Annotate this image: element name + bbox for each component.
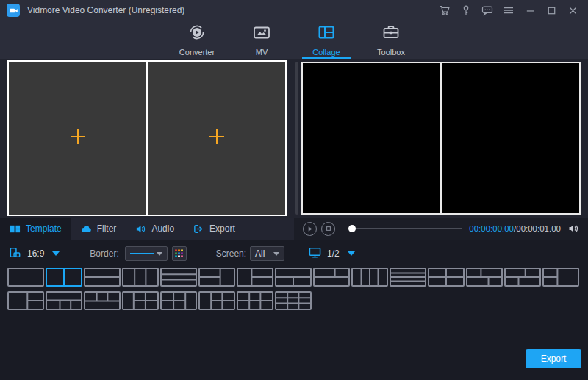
layout-template-1-8[interactable] <box>275 268 312 287</box>
toolbox-icon <box>381 23 401 45</box>
volume-button[interactable] <box>567 223 579 234</box>
layout-template-2-7[interactable] <box>237 291 273 310</box>
main-area <box>0 59 588 218</box>
maximize-icon[interactable] <box>543 2 559 18</box>
tab-mv[interactable]: MV <box>229 21 294 59</box>
layout-template-2-4[interactable] <box>122 291 159 310</box>
collage-cell-1[interactable] <box>9 62 146 215</box>
key-icon[interactable] <box>458 2 474 18</box>
tab-collage[interactable]: Collage <box>294 21 359 59</box>
preview-cell-1 <box>303 63 440 213</box>
menu-icon[interactable] <box>501 2 517 18</box>
main-nav: Converter MV Collage Toolbox <box>0 21 588 59</box>
layout-template-1-9[interactable] <box>313 268 350 287</box>
template-panel: 16:9 Border: Screen: All 1/2 <box>0 240 588 380</box>
page-dropdown-arrow[interactable] <box>348 251 355 256</box>
layout-template-2-5[interactable] <box>160 291 197 310</box>
screen-select[interactable]: All <box>250 246 284 261</box>
panel-scrollbar[interactable] <box>295 62 298 215</box>
stop-button[interactable] <box>321 222 335 236</box>
layout-template-1-4[interactable] <box>122 268 159 287</box>
preview-cell-2 <box>440 63 579 213</box>
titlebar: Vidmore Video Converter (Unregistered) <box>0 0 588 21</box>
control-row: Template Filter Audio Export <box>0 218 588 240</box>
add-video-plus-icon <box>68 127 87 149</box>
tab-converter[interactable]: Converter <box>165 21 229 59</box>
converter-icon <box>187 23 207 45</box>
tab-audio-label: Audio <box>151 223 174 234</box>
export-arrow-icon <box>193 223 204 234</box>
mv-icon <box>252 23 271 45</box>
layout-template-1-14[interactable] <box>504 268 541 287</box>
app-logo-icon <box>7 4 20 17</box>
progress-slider[interactable] <box>348 228 462 229</box>
add-video-plus-icon <box>207 127 226 149</box>
time-display: 00:00:00.00/00:00:01.00 <box>469 224 561 233</box>
tab-export-settings[interactable]: Export <box>184 218 245 240</box>
template-icon <box>10 223 21 234</box>
layout-template-1-13[interactable] <box>466 268 503 287</box>
tab-template[interactable]: Template <box>0 218 71 240</box>
layout-template-2-3[interactable] <box>84 291 121 310</box>
screen-monitor-icon <box>309 246 321 261</box>
tool-tabs: Template Filter Audio Export <box>0 218 294 240</box>
screen-value: All <box>255 248 265 259</box>
tab-toolbox-label: Toolbox <box>377 48 405 57</box>
video-preview <box>301 62 581 215</box>
collage-icon <box>317 23 336 45</box>
template-row-2 <box>7 291 579 310</box>
cart-icon[interactable] <box>437 2 453 18</box>
layout-template-1-15[interactable] <box>542 268 579 287</box>
minimize-icon[interactable] <box>522 2 538 18</box>
tab-template-label: Template <box>26 223 62 234</box>
screen-label: Screen: <box>216 248 246 259</box>
feedback-icon[interactable] <box>479 2 495 18</box>
layout-template-1-12[interactable] <box>428 268 465 287</box>
aspect-ratio-value: 16:9 <box>27 248 44 259</box>
layout-template-2-8[interactable] <box>275 291 312 310</box>
layout-template-1-5[interactable] <box>160 268 197 287</box>
play-button[interactable] <box>303 222 317 236</box>
tab-filter-label: Filter <box>97 223 117 234</box>
template-row-1 <box>7 268 579 287</box>
current-time: 00:00:00.00 <box>469 224 514 233</box>
border-select-arrow <box>157 252 162 256</box>
page-indicator: 1/2 <box>327 248 340 259</box>
tab-filter[interactable]: Filter <box>71 218 126 240</box>
layout-template-1-7[interactable] <box>237 268 273 287</box>
export-button[interactable]: Export <box>526 349 581 368</box>
collage-editor <box>7 60 287 216</box>
layout-template-2-6[interactable] <box>198 291 235 310</box>
layout-template-1-1[interactable] <box>7 268 44 287</box>
collage-cell-2[interactable] <box>146 62 285 215</box>
audio-speaker-icon <box>135 223 146 234</box>
tab-mv-label: MV <box>256 48 268 57</box>
options-row: 16:9 Border: Screen: All 1/2 <box>0 245 588 262</box>
border-style-select[interactable] <box>125 246 168 261</box>
stop-icon <box>326 226 331 232</box>
progress-knob[interactable] <box>348 225 356 232</box>
layout-template-1-6[interactable] <box>198 268 235 287</box>
layout-template-1-2[interactable] <box>46 268 82 287</box>
layout-template-2-1[interactable] <box>7 291 44 310</box>
total-time: 00:00:01.00 <box>516 224 561 233</box>
border-style-preview <box>130 253 154 254</box>
color-grid-icon <box>175 249 184 258</box>
aspect-ratio-icon <box>9 246 21 261</box>
tab-export-label: Export <box>209 223 235 234</box>
play-icon <box>306 226 313 232</box>
layout-template-1-11[interactable] <box>390 268 426 287</box>
screen-select-arrow <box>273 252 279 256</box>
tab-collage-label: Collage <box>312 48 340 57</box>
layout-template-1-10[interactable] <box>351 268 388 287</box>
tab-toolbox[interactable]: Toolbox <box>359 21 423 59</box>
filter-cloud-icon <box>81 223 92 234</box>
aspect-ratio-dropdown-arrow[interactable] <box>52 251 60 256</box>
close-icon[interactable] <box>564 2 581 18</box>
tab-audio[interactable]: Audio <box>126 218 184 240</box>
layout-template-1-3[interactable] <box>84 268 121 287</box>
player-controls: 00:00:00.00/00:00:01.00 <box>294 218 588 240</box>
border-label: Border: <box>90 248 118 259</box>
border-color-picker[interactable] <box>172 246 187 261</box>
layout-template-2-2[interactable] <box>46 291 82 310</box>
